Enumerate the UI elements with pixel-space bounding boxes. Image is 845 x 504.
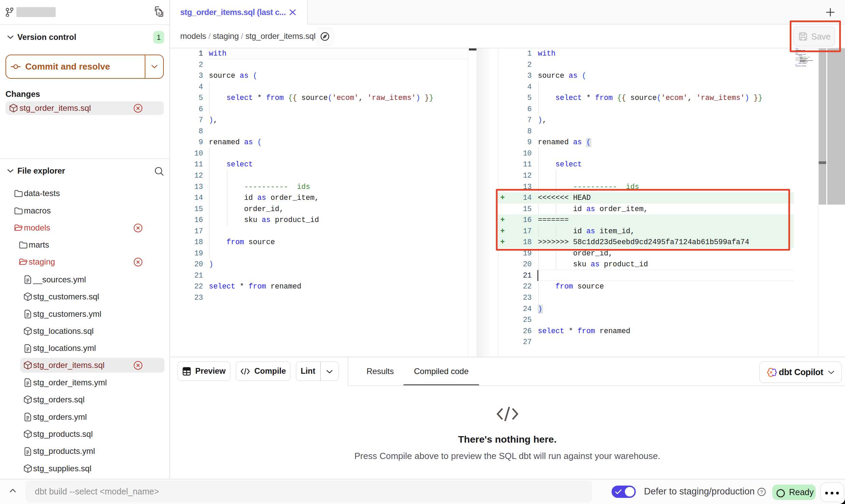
svg-text:?: ? (760, 489, 763, 495)
